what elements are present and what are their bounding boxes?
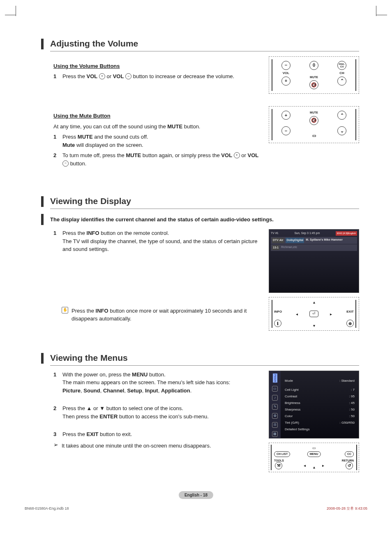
menu-item: Mode: Standard (285, 378, 355, 384)
vol-minus-icon: − (125, 73, 131, 79)
ch-up-button-icon: ⌃ (337, 77, 346, 86)
setup-menu-icon: ✿ (272, 413, 278, 419)
section-2-header: Viewing the Display (41, 195, 359, 209)
section-1-title: Adjusting the Volume (50, 37, 359, 51)
plus-button-icon: + (281, 77, 291, 86)
minus-button-icon: − (281, 126, 291, 135)
menu-item: Brightness: 45 (285, 400, 355, 406)
menu-item: Tint (G/R): G50/R50 (285, 420, 355, 426)
note-icon: ✋ (62, 307, 68, 313)
info-display-fig: TV #1 Sun, Sep 3 1:45 pm ENG [4:3]Englis… (269, 229, 359, 293)
ch-up-button-icon: ⌃ (337, 111, 346, 120)
menu-item: Sharpness: 50 (285, 406, 355, 413)
minus-button-icon: − (281, 61, 291, 70)
menu-button: MENU (307, 451, 321, 457)
vol-plus-icon: + (234, 152, 240, 158)
step-number: 1 (53, 72, 62, 81)
enter-button-icon: ⏎ (309, 311, 318, 317)
footer-right: 2008-05-28 오후 9:43:05 (327, 506, 367, 512)
section-3-header: Viewing the Menus (41, 351, 359, 366)
mute-intro: At any time, you can cut off the sound u… (53, 123, 261, 131)
mute-button-icon: 🔇 (309, 80, 318, 89)
section-1-header: Adjusting the Volume (41, 37, 359, 51)
remote-fig-2: + − MUTE 🔇 ▭ ⌃ ⌄ (269, 106, 359, 143)
mute-button-icon: 🔇 (309, 116, 318, 125)
menu-item: Detailed Settings (285, 426, 355, 433)
channel-menu-icon: ✎ (272, 404, 278, 410)
nav-pad-fig: ⏎ ▴ ▾ ◂ ▸ INFO EXIT ℹ ⊕ (269, 297, 359, 331)
page-number: English - 18 (179, 491, 213, 499)
sound-menu-icon: ♪ (272, 395, 278, 401)
return-button-icon: ↺ (346, 462, 353, 469)
tools-button-icon: ⚒ (275, 462, 282, 469)
subsection-mute: Using the Mute Button (53, 112, 261, 120)
section-3-title: Viewing the Menus (50, 351, 359, 366)
menu-item: Contrast: 95 (285, 393, 355, 400)
menu-remote-fig: ▭ CH LIST MENU CC TOOLS RETURN ⚒ ↺ ◂ ▴ ▸ (269, 443, 359, 472)
input-menu-icon: ⊟ (272, 422, 278, 428)
picture-menu-icon: ▭ (272, 386, 278, 392)
arrow-icon: ➢ (53, 442, 58, 448)
plus-button-icon: + (281, 111, 291, 120)
cc-button: CC (345, 451, 354, 457)
footer-left: BN68-01580A-Eng.indb 18 (25, 506, 69, 512)
section-2-intro: The display identifies the current chann… (50, 214, 274, 225)
app-menu-icon: ▦ (272, 431, 278, 437)
section-bar (41, 39, 44, 49)
vol-minus-icon: − (62, 160, 69, 167)
ch-down-button-icon: ⌄ (337, 126, 346, 135)
info-note: ✋ Press the INFO button once more or wai… (62, 307, 261, 323)
zero-button-icon: 0 (309, 61, 318, 70)
chlist-button: CH LIST (274, 451, 290, 457)
menu-display-fig: Picture ▭ ♪ ✎ ✿ ⊟ ▦ Mode: StandardCell L… (269, 371, 359, 439)
subsection-vol-buttons: Using the Volume Buttons (53, 62, 261, 70)
exit-button-icon: ⊕ (346, 320, 354, 327)
menu-item: Cell Light: 7 (285, 387, 355, 393)
menu-item: Color: 50 (285, 413, 355, 420)
remote-fig-1: − VOL + 0 MUTE 🔇 PRE-CH CH ⌃ (269, 56, 359, 94)
info-button-icon: ℹ (274, 320, 281, 327)
section-2-title: Viewing the Display (50, 195, 359, 209)
step-text: Press the VOL + or VOL − button to incre… (62, 72, 261, 81)
menu-note: ➢ It takes about one minute until the on… (53, 442, 261, 450)
prech-button-icon: PRE-CH (337, 61, 346, 70)
vol-plus-icon: + (99, 73, 105, 79)
